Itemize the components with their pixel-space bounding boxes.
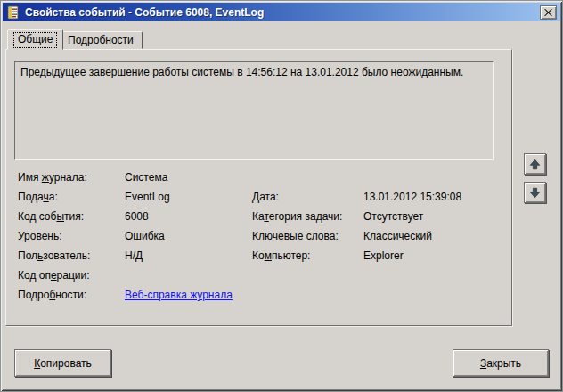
previous-event-button[interactable] — [524, 153, 546, 175]
tab-details[interactable]: Подробности — [59, 31, 143, 49]
field-row-user-computer: Пользователь: Н/Д Компьютер: Explorer — [18, 246, 506, 265]
opcode-label: Код операции: — [18, 265, 90, 285]
event-description-box[interactable]: Предыдущее завершение работы системы в 1… — [14, 61, 494, 160]
computer-value: Explorer — [363, 246, 404, 265]
field-row-eventid-category: Код события: 6008 Категория задачи: Отсу… — [18, 207, 506, 226]
tab-general-label: Общие — [13, 32, 57, 48]
titlebar[interactable]: Свойства событий - Событие 6008, EventLo… — [3, 3, 560, 21]
close-window-button[interactable] — [540, 5, 557, 20]
keywords-value: Классический — [363, 226, 432, 246]
keywords-label: Ключевые слова: — [252, 226, 339, 246]
source-value: EventLog — [125, 187, 170, 207]
close-button-label: Закрыть — [480, 357, 521, 370]
log-name-value: Система — [125, 167, 167, 187]
task-category-value: Отсутствует — [363, 207, 423, 226]
field-row-source-date: Подача: EventLog Дата: 13.01.2012 15:39:… — [18, 187, 506, 207]
event-id-value: 6008 — [125, 207, 149, 226]
level-value: Ошибка — [125, 226, 165, 246]
next-event-button[interactable] — [524, 182, 546, 203]
down-arrow-icon — [529, 187, 541, 199]
close-button[interactable]: Закрыть — [453, 349, 549, 377]
copy-button-label: Копировать — [34, 357, 92, 370]
field-row-more-info: Подробности: Веб-справка журнала — [18, 285, 506, 305]
date-value: 13.01.2012 15:39:08 — [363, 187, 461, 207]
up-arrow-icon — [529, 159, 541, 170]
task-category-label: Категория задачи: — [252, 207, 342, 226]
event-id-label: Код события: — [18, 207, 84, 226]
log-name-label: Имя журнала: — [18, 167, 87, 187]
event-properties-dialog: Свойства событий - Событие 6008, EventLo… — [0, 0, 563, 392]
general-tab-page: Предыдущее завершение работы системы в 1… — [5, 49, 512, 326]
event-description-text: Предыдущее завершение работы системы в 1… — [20, 66, 463, 78]
field-row-level-keywords: Уровень: Ошибка Ключевые слова: Классиче… — [18, 226, 506, 246]
event-log-icon — [6, 5, 20, 20]
close-x-icon — [544, 9, 552, 16]
event-fields: Имя журнала: Система Подача: EventLog Да… — [18, 167, 506, 314]
field-row-log-name: Имя журнала: Система — [18, 167, 506, 187]
user-value: Н/Д — [125, 246, 143, 265]
tab-general[interactable]: Общие — [7, 29, 63, 50]
event-log-online-help-link[interactable]: Веб-справка журнала — [125, 285, 233, 305]
date-label: Дата: — [252, 187, 279, 207]
window-title: Свойства событий - Событие 6008, EventLo… — [25, 6, 540, 19]
copy-button[interactable]: Копировать — [14, 349, 111, 377]
more-info-label: Подробности: — [18, 285, 86, 305]
level-label: Уровень: — [18, 226, 62, 246]
computer-label: Компьютер: — [252, 246, 310, 265]
user-label: Пользователь: — [18, 246, 90, 265]
tab-details-label: Подробности — [68, 34, 134, 46]
source-label: Подача: — [18, 187, 58, 207]
field-row-opcode: Код операции: — [18, 265, 506, 285]
